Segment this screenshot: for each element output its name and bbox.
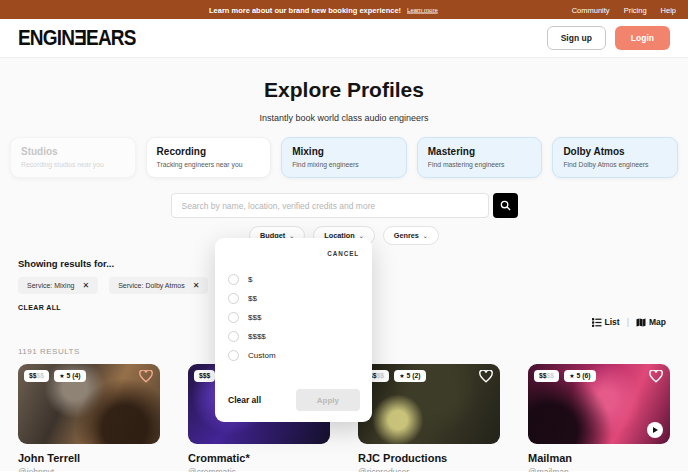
- nav-community[interactable]: Community: [572, 5, 610, 14]
- category-desc: Tracking engineers near you: [157, 161, 261, 168]
- map-icon: [636, 318, 646, 327]
- profile-card: $$$$ ★5 (4) John Terrell @johnnyt ✓ Engi…: [18, 364, 160, 472]
- profile-handle: @crommatic: [188, 467, 330, 472]
- budget-option-2[interactable]: $$: [228, 289, 359, 308]
- cancel-link[interactable]: CANCEL: [228, 250, 359, 257]
- list-view-button[interactable]: List: [592, 317, 620, 327]
- category-title: Recording: [157, 146, 261, 157]
- radio-icon[interactable]: [228, 274, 239, 285]
- search-input[interactable]: [171, 193, 489, 218]
- budget-option-3[interactable]: $$$: [228, 308, 359, 327]
- profile-handle: @rjcproducer: [358, 467, 500, 472]
- category-dolby-atmos[interactable]: Dolby Atmos Find Dolby Atmos engineers: [552, 137, 678, 178]
- category-desc: Recording studios near you: [21, 161, 125, 168]
- search-button[interactable]: [493, 193, 518, 218]
- option-label: $: [248, 275, 252, 284]
- rating-badge: ★5 (6): [564, 370, 595, 382]
- map-view-button[interactable]: Map: [636, 317, 666, 327]
- budget-option-1[interactable]: $: [228, 270, 359, 289]
- apply-button[interactable]: Apply: [296, 389, 360, 411]
- chip-service-dolby-atmos: Service: Dolby Atmos ✕: [109, 277, 208, 294]
- budget-option-4[interactable]: $$$$: [228, 327, 359, 346]
- category-title: Mixing: [292, 146, 396, 157]
- chip-label: Service: Dolby Atmos: [118, 282, 185, 289]
- favorite-heart-icon[interactable]: [139, 370, 153, 383]
- rating-badge: ★5 (4): [54, 370, 85, 382]
- page-subtitle: Instantly book world class audio enginee…: [0, 113, 688, 123]
- chip-label: Service: Mixing: [27, 282, 74, 289]
- radio-icon[interactable]: [228, 350, 239, 361]
- list-icon: [592, 318, 602, 327]
- sign-up-button[interactable]: Sign up: [547, 26, 606, 50]
- category-desc: Find Dolby Atmos engineers: [563, 161, 667, 168]
- remove-chip-icon[interactable]: ✕: [82, 281, 89, 290]
- profile-name[interactable]: Mailman: [528, 452, 670, 464]
- category-recording[interactable]: Recording Tracking engineers near you: [146, 137, 272, 178]
- profile-name[interactable]: John Terrell: [18, 452, 160, 464]
- chip-service-mixing: Service: Mixing ✕: [18, 277, 98, 294]
- search-icon: [500, 200, 511, 211]
- rating-badge: ★5 (2): [394, 370, 425, 382]
- nav-help[interactable]: Help: [661, 5, 676, 14]
- favorite-heart-icon[interactable]: [479, 370, 493, 383]
- announcement-banner: Learn more about our brand new booking e…: [0, 0, 688, 19]
- category-desc: Find mixing engineers: [292, 161, 396, 168]
- profile-card: $$$$ ★5 (6) Mailman @mailman ✓ Engineer: [528, 364, 670, 472]
- radio-icon[interactable]: [228, 312, 239, 323]
- clear-all-filters-link[interactable]: Clear all: [228, 395, 261, 405]
- toggle-divider: |: [627, 317, 629, 327]
- category-cards: Studios Recording studios near you Recor…: [10, 137, 678, 178]
- login-button[interactable]: Login: [615, 26, 670, 50]
- star-icon: ★: [399, 373, 404, 379]
- category-title: Dolby Atmos: [563, 146, 667, 157]
- profile-name[interactable]: RJC Productions: [358, 452, 500, 464]
- chevron-down-icon: ⌄: [423, 232, 428, 239]
- price-badge: $$$$: [24, 370, 49, 382]
- category-title: Mastering: [428, 146, 532, 157]
- category-mixing[interactable]: Mixing Find mixing engineers: [281, 137, 407, 178]
- favorite-heart-icon[interactable]: [649, 370, 663, 383]
- play-button[interactable]: [647, 422, 663, 438]
- star-icon: ★: [569, 373, 574, 379]
- category-desc: Find mastering engineers: [428, 161, 532, 168]
- budget-option-custom[interactable]: Custom: [228, 346, 359, 365]
- announcement-learn-more-link[interactable]: Learn more: [407, 7, 438, 13]
- price-badge: $$$: [194, 370, 215, 382]
- profile-name[interactable]: Crommatic*: [188, 452, 330, 464]
- category-mastering[interactable]: Mastering Find mastering engineers: [417, 137, 543, 178]
- option-label: $$: [248, 294, 257, 303]
- remove-chip-icon[interactable]: ✕: [193, 281, 200, 290]
- play-icon: [653, 427, 658, 433]
- profile-photo[interactable]: $$$$ ★5 (6): [528, 364, 670, 444]
- price-badge: $$$$: [534, 370, 559, 382]
- nav-pricing[interactable]: Pricing: [624, 5, 647, 14]
- list-label: List: [605, 317, 620, 327]
- profile-photo[interactable]: $$$$ ★5 (4): [18, 364, 160, 444]
- genres-filter-button[interactable]: Genres ⌄: [383, 226, 439, 245]
- map-label: Map: [649, 317, 666, 327]
- radio-icon[interactable]: [228, 331, 239, 342]
- profile-photo[interactable]: $$$$ ★5 (2): [358, 364, 500, 444]
- announcement-text: Learn more about our brand new booking e…: [209, 5, 401, 14]
- engineears-logo[interactable]: ENGINƎEARS: [18, 26, 136, 51]
- budget-dropdown-panel: CANCEL $ $$ $$$ $$$$ Custom Clear all Ap…: [215, 238, 372, 422]
- radio-icon[interactable]: [228, 293, 239, 304]
- page-title: Explore Profiles: [0, 78, 688, 102]
- category-title: Studios: [21, 146, 125, 157]
- option-label: $$$$: [248, 332, 266, 341]
- header: ENGINƎEARS Sign up Login: [0, 19, 688, 58]
- profile-handle: @johnnyt: [18, 467, 160, 472]
- category-studios[interactable]: Studios Recording studios near you: [10, 137, 136, 178]
- star-icon: ★: [59, 373, 64, 379]
- option-label: $$$: [248, 313, 261, 322]
- option-label: Custom: [248, 351, 276, 360]
- profile-card: $$$$ ★5 (2) RJC Productions @rjcproducer…: [358, 364, 500, 472]
- top-nav: Community Pricing Help: [572, 5, 676, 14]
- filter-label: Genres: [394, 231, 419, 240]
- profile-handle: @mailman: [528, 467, 670, 472]
